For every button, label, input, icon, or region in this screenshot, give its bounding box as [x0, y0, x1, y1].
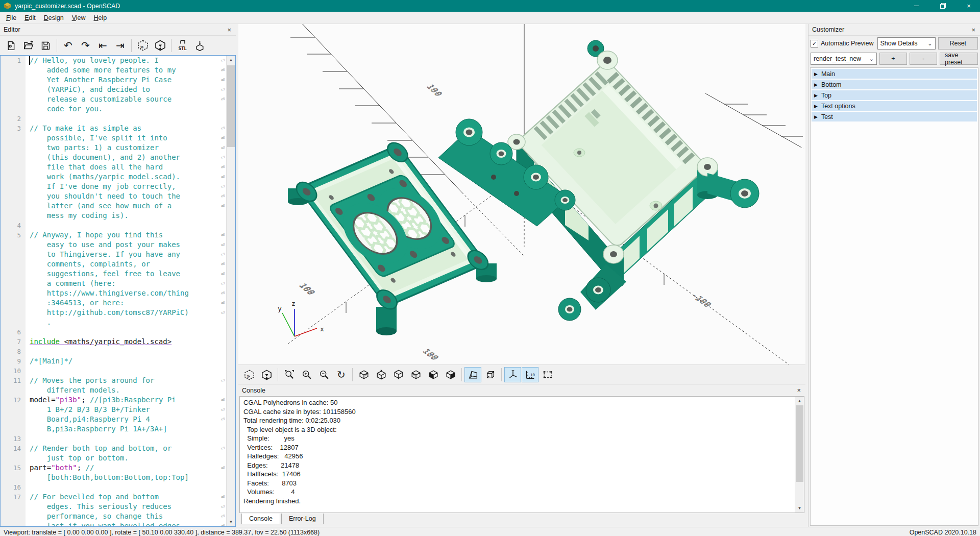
section-bottom[interactable]: ▶Bottom [812, 80, 977, 89]
close-button[interactable]: × [958, 0, 980, 12]
code-row[interactable]: you shouldn't need to touch the⏎ [1, 191, 226, 201]
code-row[interactable]: file that does all the hard⏎ [1, 162, 226, 172]
preview-button[interactable]: » [134, 37, 151, 54]
code-row[interactable]: https://www.thingiverse.com/thing⏎ [1, 288, 226, 298]
code-row[interactable]: B,pi3a:Raspberry Pi 1A+/3A+] [1, 424, 226, 434]
code-row[interactable]: 14// Render both top and bottom, or⏎ [1, 444, 226, 453]
menu-view[interactable]: View [68, 13, 90, 22]
section-top[interactable]: ▶Top [812, 90, 977, 100]
details-dropdown[interactable]: Show Details ⌄ [877, 37, 936, 50]
tab-console[interactable]: Console [241, 514, 280, 524]
section-test[interactable]: ▶Test [812, 112, 977, 121]
view-right-button[interactable] [355, 367, 372, 382]
editor-close-icon[interactable]: × [226, 26, 232, 34]
code-row[interactable]: 5// Anyway, I hope you find this⏎ [1, 230, 226, 240]
code-row[interactable]: 13 [1, 434, 226, 444]
unindent-button[interactable]: ⇤ [94, 37, 111, 54]
code-row[interactable]: Board,pi4:Raspberry Pi 4⏎ [1, 415, 226, 424]
vp-preview-button[interactable]: » [241, 367, 258, 382]
section-text-options[interactable]: ▶Text options [812, 101, 977, 111]
view-all-button[interactable] [539, 367, 556, 382]
editor-scroll-track[interactable] [227, 64, 235, 518]
code-row[interactable]: latter (and see how much of a⏎ [1, 201, 226, 211]
minimize-button[interactable] [905, 0, 928, 12]
orthogonal-view-button[interactable] [482, 367, 499, 382]
remove-preset-button[interactable]: - [910, 53, 937, 65]
code-row[interactable]: code for you. [1, 104, 226, 114]
view-left-button[interactable] [407, 367, 424, 382]
export-stl-button[interactable]: STL [174, 37, 191, 54]
code-row[interactable]: easy to use and post your makes⏎ [1, 240, 226, 250]
console-scrollbar[interactable]: ▲ ▼ [795, 397, 804, 513]
render-button[interactable] [152, 37, 168, 54]
code-row[interactable]: suggestions, feel free to leave⏎ [1, 269, 226, 279]
code-editor[interactable]: 1// Hello, you lovely people. I⏎ added s… [0, 55, 236, 527]
menu-file[interactable]: File [2, 13, 20, 22]
save-button[interactable] [37, 37, 54, 54]
perspective-view-button[interactable] [464, 367, 481, 382]
new-file-button[interactable] [3, 37, 19, 54]
code-row[interactable]: mess my coding is). [1, 211, 226, 221]
code-row[interactable]: a comment (here:⏎ [1, 279, 226, 288]
redo-button[interactable]: ↷ [77, 37, 94, 54]
undo-button[interactable]: ↶ [60, 37, 77, 54]
code-row[interactable]: (this document), and 2) another⏎ [1, 153, 226, 162]
code-row[interactable]: 3// To make it as simple as⏎ [1, 124, 226, 133]
code-row[interactable]: (YARPiC), and decided to⏎ [1, 85, 226, 94]
zoom-out-button[interactable] [315, 367, 332, 382]
code-row[interactable]: If I've done my job correctly,⏎ [1, 182, 226, 191]
3d-viewport[interactable]: 100 100 -100 100 [238, 24, 805, 365]
open-file-button[interactable] [20, 37, 37, 54]
reset-view-button[interactable]: ↻ [333, 367, 350, 382]
code-row[interactable]: to Thingiverse. If you have any⏎ [1, 250, 226, 259]
code-row[interactable]: performance, so change this⏎ [1, 511, 226, 521]
code-row[interactable]: 7include <maths/yarpic_model.scad> [1, 337, 226, 347]
indent-button[interactable]: ⇥ [112, 37, 129, 54]
scroll-down-icon[interactable]: ▼ [795, 504, 804, 513]
reset-button[interactable]: Reset [938, 37, 978, 50]
console-scroll-thumb[interactable] [796, 405, 803, 482]
section-main[interactable]: ▶Main [812, 69, 977, 79]
view-bottom-button[interactable] [390, 367, 407, 382]
code-row[interactable]: work (maths/yarpic_model.scad).⏎ [1, 172, 226, 182]
code-row[interactable]: 6 [1, 327, 226, 337]
code-row[interactable]: [both:Both,bottom:Bottom,top:Top] [1, 473, 226, 482]
code-row[interactable]: 16 [1, 482, 226, 492]
preset-dropdown[interactable]: render_test_new ⌄ [811, 53, 877, 65]
code-row[interactable]: Yet Another Raspberry Pi Case⏎ [1, 75, 226, 85]
scroll-up-icon[interactable]: ▲ [795, 397, 804, 405]
scroll-up-icon[interactable]: ▲ [227, 56, 235, 64]
print-3d-button[interactable] [191, 37, 208, 54]
customizer-close-icon[interactable]: × [970, 26, 976, 34]
code-row[interactable]: different models. [1, 385, 226, 395]
code-row[interactable]: added some more features to my⏎ [1, 65, 226, 75]
code-row[interactable]: comments, complaints, or⏎ [1, 259, 226, 269]
menu-help[interactable]: Help [90, 13, 111, 22]
code-row[interactable]: 4 [1, 221, 226, 230]
show-axes-button[interactable] [504, 367, 521, 382]
code-row[interactable]: 15part="both"; //⏎ [1, 463, 226, 473]
code-row[interactable]: http://github.com/tomsc87/YARPiC)⏎ [1, 308, 226, 318]
code-row[interactable]: last if you want bevelled edges.⏎ [1, 521, 226, 526]
code-row[interactable]: 1// Hello, you lovely people. I⏎ [1, 56, 226, 65]
code-row[interactable]: 10 [1, 366, 226, 376]
view-front-button[interactable] [425, 367, 442, 382]
code-row[interactable]: two parts: 1) a customizer⏎ [1, 143, 226, 153]
code-row[interactable]: :3464513, or here:⏎ [1, 298, 226, 308]
code-row[interactable]: 12model="pi3b"; //[pi3b:Raspberry Pi⏎ [1, 395, 226, 405]
restore-button[interactable] [932, 0, 954, 12]
code-row[interactable]: 11// Moves the ports around for⏎ [1, 376, 226, 385]
code-row[interactable]: . [1, 318, 226, 327]
view-back-button[interactable] [442, 367, 459, 382]
tab-error-log[interactable]: Error-Log [281, 514, 324, 524]
zoom-in-button[interactable] [298, 367, 315, 382]
console-scroll-track[interactable] [795, 405, 804, 504]
zoom-all-button[interactable] [281, 367, 298, 382]
code-row[interactable]: 1 B+/2 B/3 B/3 B+/Tinker⏎ [1, 405, 226, 415]
scroll-down-icon[interactable]: ▼ [227, 518, 235, 526]
menu-design[interactable]: Design [40, 13, 68, 22]
editor-scrollbar[interactable]: ▲ ▼ [226, 56, 235, 526]
code-row[interactable]: 2 [1, 114, 226, 124]
menu-edit[interactable]: Edit [20, 13, 40, 22]
code-row[interactable]: 17// For bevelled top and bottom⏎ [1, 492, 226, 502]
